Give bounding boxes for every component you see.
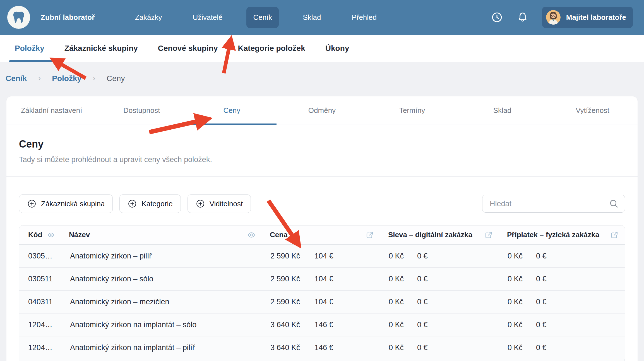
item-tabs: Základní nastaveníDostupnostCenyOdměnyTe… xyxy=(6,96,638,125)
cell-discount[interactable]: 0 Kč0 € xyxy=(380,291,499,313)
filter-button[interactable]: Viditelnost xyxy=(188,194,251,213)
table-toolbar: Zákaznická skupina Kategorie Viditelnost xyxy=(19,194,625,213)
history-clock-icon[interactable] xyxy=(491,11,503,23)
column-nazev: Název xyxy=(61,225,262,244)
cell-discount[interactable]: 0 Kč0 € xyxy=(380,268,499,290)
tooth-logo-icon[interactable] xyxy=(7,6,30,29)
table-row-partial xyxy=(19,359,625,361)
table-row[interactable]: 0305… Anatomický zirkon – pilíř 2 590 Kč… xyxy=(19,244,625,267)
cell-surcharge[interactable]: 0 Kč0 € xyxy=(499,314,625,336)
column-cena: Cena xyxy=(262,225,380,244)
cell-code: 030511 xyxy=(19,268,61,290)
plus-circle-icon xyxy=(196,199,205,208)
item-tab[interactable]: Odměny xyxy=(277,96,367,125)
nav-item[interactable]: Ceník xyxy=(246,7,279,28)
filter-button[interactable]: Kategorie xyxy=(119,194,181,213)
table-row[interactable]: 040311 Anatomický zirkon – mezičlen 2 59… xyxy=(19,290,625,313)
page-subtitle: Tady si můžete prohlédnout a upravit cen… xyxy=(19,155,625,164)
subnav-tab[interactable]: Položky xyxy=(15,35,44,62)
filter-button-label: Zákaznická skupina xyxy=(41,200,105,208)
top-navbar: Zubní laboratoř ZakázkyUživateléCeníkSkl… xyxy=(0,0,644,35)
app-window: Zubní laboratoř ZakázkyUživateléCeníkSkl… xyxy=(0,0,644,361)
prices-table: Kód Název Cena xyxy=(19,225,625,361)
section-header: Ceny Tady si můžete prohlédnout a upravi… xyxy=(6,125,638,177)
external-link-icon[interactable] xyxy=(484,231,493,239)
filter-button-label: Kategorie xyxy=(141,200,172,208)
cell-name: Anatomický zirkon – sólo xyxy=(61,268,262,290)
item-tab[interactable]: Ceny xyxy=(187,96,277,125)
search-box xyxy=(482,195,625,213)
breadcrumb-cenik[interactable]: Ceník xyxy=(6,74,27,83)
cell-name: Anatomický zirkon – pilíř xyxy=(61,245,262,267)
item-tab[interactable]: Termíny xyxy=(367,96,457,125)
filter-buttons: Zákaznická skupina Kategorie Viditelnost xyxy=(19,194,251,213)
notifications-bell-icon[interactable] xyxy=(516,11,529,23)
search-icon[interactable] xyxy=(609,199,619,209)
cell-code: 1204… xyxy=(19,336,61,359)
eye-icon[interactable] xyxy=(47,231,55,239)
item-tab[interactable]: Sklad xyxy=(457,96,547,125)
item-tab[interactable]: Dostupnost xyxy=(97,96,187,125)
table-row[interactable]: 030511 Anatomický zirkon – sólo 2 590 Kč… xyxy=(19,267,625,290)
plus-circle-icon xyxy=(128,199,137,208)
filter-button-label: Viditelnost xyxy=(210,200,243,208)
cell-name: Anatomický zirkon na implantát – sólo xyxy=(61,314,262,336)
search-input[interactable] xyxy=(482,195,625,213)
cell-surcharge[interactable]: 0 Kč0 € xyxy=(499,291,625,313)
cell-price[interactable]: 2 590 Kč104 € xyxy=(262,245,380,267)
column-sleva: Sleva – digitální zakázka xyxy=(380,225,499,244)
nav-item[interactable]: Zakázky xyxy=(128,7,169,28)
user-name: Majitel laboratoře xyxy=(566,13,626,22)
item-tab[interactable]: Vytíženost xyxy=(547,96,638,125)
table-header: Kód Název Cena xyxy=(19,225,625,244)
table-row[interactable]: 1204… Anatomický zirkon na implantát – p… xyxy=(19,336,625,359)
subnav-tab[interactable]: Úkony xyxy=(325,35,349,62)
breadcrumb-current: Ceny xyxy=(107,74,125,83)
breadcrumb-polozky[interactable]: Položky xyxy=(52,74,81,83)
cell-name: Anatomický zirkon – mezičlen xyxy=(61,291,262,313)
cell-price[interactable]: 3 640 Kč146 € xyxy=(262,314,380,336)
ceník-subnav: PoložkyZákaznické skupinyCenové skupinyK… xyxy=(0,35,644,62)
cell-discount[interactable]: 0 Kč0 € xyxy=(380,314,499,336)
item-detail-card: Základní nastaveníDostupnostCenyOdměnyTe… xyxy=(6,96,638,361)
main-nav: ZakázkyUživateléCeníkSkladPřehled xyxy=(128,7,383,28)
column-kod: Kód xyxy=(19,225,61,244)
cell-discount[interactable]: 0 Kč0 € xyxy=(380,336,499,359)
nav-item[interactable]: Přehled xyxy=(345,7,383,28)
avatar xyxy=(546,10,561,25)
table-row[interactable]: 1204… Anatomický zirkon na implantát – s… xyxy=(19,313,625,336)
external-link-icon[interactable] xyxy=(610,231,619,239)
cell-price[interactable]: 2 590 Kč104 € xyxy=(262,268,380,290)
cell-price[interactable]: 2 590 Kč104 € xyxy=(262,291,380,313)
cell-code: 1204… xyxy=(19,314,61,336)
subnav-tab[interactable]: Kategorie položek xyxy=(238,35,305,62)
item-tab[interactable]: Základní nastavení xyxy=(6,96,97,125)
page-title: Ceny xyxy=(19,138,625,150)
cell-surcharge[interactable]: 0 Kč0 € xyxy=(499,268,625,290)
brand-title: Zubní laboratoř xyxy=(41,13,95,22)
breadcrumb: Ceník › Položky › Ceny xyxy=(6,74,125,83)
cell-price[interactable]: 3 640 Kč146 € xyxy=(262,336,380,359)
cell-discount[interactable]: 0 Kč0 € xyxy=(380,245,499,267)
navbar-right: Majitel laboratoře xyxy=(491,7,633,28)
cell-code: 040311 xyxy=(19,291,61,313)
chevron-right-icon: › xyxy=(93,73,95,83)
plus-circle-icon xyxy=(27,199,37,208)
user-menu[interactable]: Majitel laboratoře xyxy=(542,7,633,28)
nav-item[interactable]: Sklad xyxy=(296,7,328,28)
chevron-right-icon: › xyxy=(38,73,41,83)
subnav-tab[interactable]: Cenové skupiny xyxy=(158,35,218,62)
column-priplatek: Příplatek – fyzická zakázka xyxy=(499,225,625,244)
external-link-icon[interactable] xyxy=(366,231,374,239)
cell-name: Anatomický zirkon na implantát – pilíř xyxy=(61,336,262,359)
eye-icon[interactable] xyxy=(247,231,256,239)
cell-code: 0305… xyxy=(19,245,61,267)
cell-surcharge[interactable]: 0 Kč0 € xyxy=(499,245,625,267)
filter-button[interactable]: Zákaznická skupina xyxy=(19,194,113,213)
subnav-tab[interactable]: Zákaznické skupiny xyxy=(64,35,138,62)
nav-item[interactable]: Uživatelé xyxy=(186,7,229,28)
table-body: 0305… Anatomický zirkon – pilíř 2 590 Kč… xyxy=(19,244,625,359)
cell-surcharge[interactable]: 0 Kč0 € xyxy=(499,336,625,359)
